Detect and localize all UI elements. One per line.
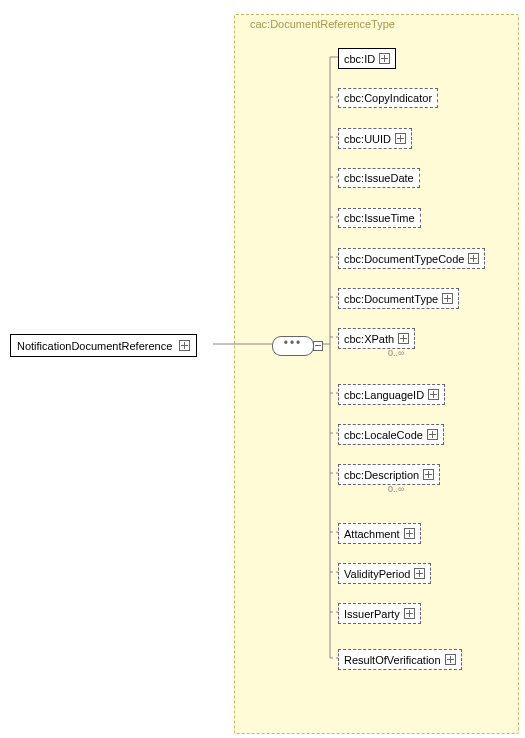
schema-node[interactable]: cbc:DocumentType [338, 288, 459, 309]
expand-icon[interactable] [395, 133, 406, 144]
expand-icon[interactable] [379, 53, 390, 64]
node-label: cbc:ID [344, 53, 375, 65]
expand-icon[interactable] [313, 341, 323, 351]
schema-node[interactable]: cbc:IssueDate [338, 168, 420, 188]
schema-node[interactable]: cbc:UUID [338, 128, 412, 149]
expand-icon[interactable] [428, 389, 439, 400]
node-label: cbc:XPath [344, 333, 394, 345]
schema-node[interactable]: cbc:DocumentTypeCode [338, 248, 485, 269]
expand-icon[interactable] [445, 654, 456, 665]
expand-icon[interactable] [404, 608, 415, 619]
schema-node[interactable]: cbc:IssueTime [338, 208, 421, 228]
schema-node[interactable]: cbc:LocaleCode [338, 424, 444, 445]
schema-node[interactable]: cbc:Description [338, 464, 440, 485]
expand-icon[interactable] [468, 253, 479, 264]
node-label: cbc:CopyIndicator [344, 92, 432, 104]
root-element[interactable]: NotificationDocumentReference [10, 334, 197, 357]
sequence-compositor[interactable] [272, 336, 314, 356]
expand-icon[interactable] [398, 333, 409, 344]
schema-node[interactable]: ResultOfVerification [338, 649, 462, 670]
expand-icon[interactable] [442, 293, 453, 304]
node-label: cbc:LocaleCode [344, 429, 423, 441]
node-label: cbc:DocumentTypeCode [344, 253, 464, 265]
node-label: cbc:IssueDate [344, 172, 414, 184]
expand-icon[interactable] [423, 469, 434, 480]
schema-node[interactable]: ValidityPeriod [338, 563, 431, 584]
cardinality-label: 0..∞ [388, 348, 404, 358]
node-label: cbc:LanguageID [344, 389, 424, 401]
node-label: cbc:DocumentType [344, 293, 438, 305]
schema-node[interactable]: cbc:XPath [338, 328, 415, 349]
expand-icon[interactable] [404, 528, 415, 539]
node-label: cbc:IssueTime [344, 212, 415, 224]
expand-icon[interactable] [427, 429, 438, 440]
schema-node[interactable]: cbc:ID [338, 48, 396, 69]
node-label: ResultOfVerification [344, 654, 441, 666]
cardinality-label: 0..∞ [388, 484, 404, 494]
node-label: IssuerParty [344, 608, 400, 620]
node-label: Attachment [344, 528, 400, 540]
expand-icon[interactable] [414, 568, 425, 579]
schema-node[interactable]: Attachment [338, 523, 421, 544]
schema-node[interactable]: cbc:CopyIndicator [338, 88, 438, 108]
root-label: NotificationDocumentReference [17, 340, 172, 352]
node-label: cbc:UUID [344, 133, 391, 145]
schema-node[interactable]: cbc:LanguageID [338, 384, 445, 405]
connector-lines [0, 0, 525, 738]
expand-icon[interactable] [179, 340, 190, 351]
schema-node[interactable]: IssuerParty [338, 603, 421, 624]
node-label: cbc:Description [344, 469, 419, 481]
node-label: ValidityPeriod [344, 568, 410, 580]
